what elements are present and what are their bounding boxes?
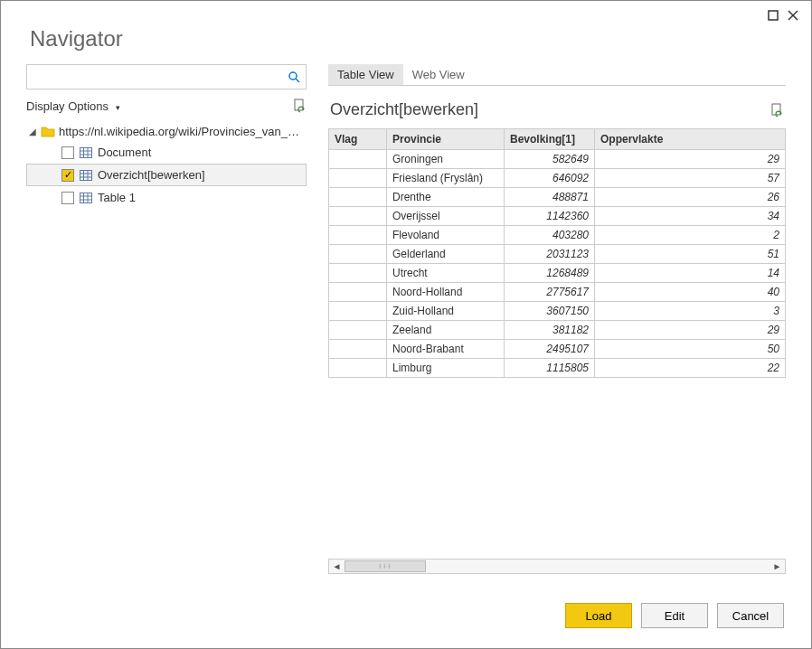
- tab-web-view[interactable]: Web View: [403, 64, 474, 85]
- cell-provincie: Utrecht: [387, 264, 505, 283]
- horizontal-scrollbar[interactable]: ◄ ꜏꜏꜏ ►: [328, 559, 786, 574]
- table-header-row: Vlag Provincie Bevolking[1] Oppervlakte: [329, 129, 786, 150]
- cell-provincie: Noord-Brabant: [387, 340, 505, 359]
- cell-bevolking: 1142360: [505, 207, 595, 226]
- page-title: Navigator: [5, 21, 807, 64]
- tree-root[interactable]: ◢ https://nl.wikipedia.org/wiki/Provinci…: [26, 122, 307, 141]
- right-panel: Table View Web View Overzicht[bewerken] …: [328, 64, 786, 579]
- search-input[interactable]: [33, 71, 288, 84]
- maximize-icon[interactable]: [768, 10, 779, 21]
- table-row[interactable]: Zuid-Holland36071503: [329, 302, 786, 321]
- svg-line-4: [296, 79, 299, 82]
- cell-vlag: [329, 340, 387, 359]
- scroll-left-icon[interactable]: ◄: [329, 560, 345, 573]
- checkbox[interactable]: ✓: [61, 169, 74, 182]
- table-row[interactable]: Limburg111580522: [329, 359, 786, 378]
- cell-bevolking: 1268489: [505, 264, 595, 283]
- table-row[interactable]: Flevoland4032802: [329, 226, 786, 245]
- edit-button[interactable]: Edit: [641, 603, 708, 628]
- scroll-track[interactable]: ꜏꜏꜏: [345, 560, 770, 572]
- folder-icon: [41, 126, 55, 137]
- load-button[interactable]: Load: [565, 603, 632, 628]
- cell-vlag: [329, 207, 387, 226]
- table-icon: [80, 193, 92, 203]
- cell-provincie: Drenthe: [387, 188, 505, 207]
- table-row[interactable]: Groningen58264929: [329, 150, 786, 169]
- table-row[interactable]: Gelderland203112351: [329, 245, 786, 264]
- col-header[interactable]: Vlag: [329, 129, 387, 150]
- cell-provincie: Zeeland: [387, 321, 505, 340]
- cell-provincie: Limburg: [387, 359, 505, 378]
- cell-bevolking: 2495107: [505, 340, 595, 359]
- cell-oppervlakte: 3: [595, 302, 786, 321]
- cell-oppervlakte: 51: [595, 245, 786, 264]
- cell-vlag: [329, 226, 387, 245]
- col-header[interactable]: Oppervlakte: [595, 129, 786, 150]
- cell-oppervlakte: 14: [595, 264, 786, 283]
- cell-vlag: [329, 245, 387, 264]
- navigator-tree: ◢ https://nl.wikipedia.org/wiki/Provinci…: [26, 122, 307, 209]
- tree-item[interactable]: Document: [26, 141, 307, 164]
- tree-root-label: https://nl.wikipedia.org/wiki/Provincies…: [59, 125, 305, 138]
- cell-vlag: [329, 150, 387, 169]
- cell-oppervlakte: 29: [595, 150, 786, 169]
- caret-down-icon[interactable]: ◢: [28, 127, 37, 136]
- scroll-right-icon[interactable]: ►: [770, 560, 785, 573]
- col-header[interactable]: Bevolking[1]: [505, 129, 595, 150]
- chevron-down-icon: ▾: [116, 103, 120, 112]
- cell-bevolking: 3607150: [505, 302, 595, 321]
- table-icon: [80, 147, 92, 158]
- checkbox[interactable]: [61, 192, 74, 204]
- svg-rect-0: [769, 11, 778, 20]
- table-row[interactable]: Overijssel114236034: [329, 207, 786, 226]
- preview-table: Vlag Provincie Bevolking[1] Oppervlakte …: [328, 128, 786, 378]
- tree-item[interactable]: ✓Overzicht[bewerken]: [26, 164, 307, 186]
- cell-provincie: Gelderland: [387, 245, 505, 264]
- cell-oppervlakte: 40: [595, 283, 786, 302]
- table-row[interactable]: Noord-Brabant249510750: [329, 340, 786, 359]
- refresh-icon[interactable]: [292, 99, 307, 113]
- cell-bevolking: 2031123: [505, 245, 595, 264]
- left-panel: Display Options ▾ ◢ https://nl.wikipedia…: [26, 64, 307, 579]
- cell-oppervlakte: 50: [595, 340, 786, 359]
- cell-vlag: [329, 188, 387, 207]
- cell-provincie: Flevoland: [387, 226, 505, 245]
- cell-bevolking: 403280: [505, 226, 595, 245]
- cell-vlag: [329, 283, 387, 302]
- cell-oppervlakte: 29: [595, 321, 786, 340]
- table-icon: [80, 170, 92, 181]
- svg-rect-7: [80, 147, 92, 157]
- display-options-dropdown[interactable]: Display Options ▾: [26, 99, 120, 113]
- table-row[interactable]: Zeeland38118229: [329, 321, 786, 340]
- table-row[interactable]: Friesland (Fryslân)64609257: [329, 169, 786, 188]
- close-icon[interactable]: [788, 10, 798, 21]
- cell-vlag: [329, 321, 387, 340]
- tree-item-label: Document: [98, 146, 151, 159]
- svg-point-3: [289, 72, 297, 80]
- refresh-preview-icon[interactable]: [770, 103, 784, 118]
- cell-bevolking: 1115805: [505, 359, 595, 378]
- svg-rect-17: [80, 193, 92, 202]
- checkbox[interactable]: [61, 146, 74, 159]
- cell-oppervlakte: 57: [595, 169, 786, 188]
- preview-tabs: Table View Web View: [328, 64, 786, 86]
- tree-item[interactable]: Table 1: [26, 186, 307, 209]
- search-icon[interactable]: [288, 71, 300, 83]
- table-row[interactable]: Noord-Holland277561740: [329, 283, 786, 302]
- col-header[interactable]: Provincie: [387, 129, 505, 150]
- cancel-button[interactable]: Cancel: [717, 603, 784, 628]
- search-box[interactable]: [26, 64, 307, 89]
- cell-vlag: [329, 264, 387, 283]
- cell-bevolking: 381182: [505, 321, 595, 340]
- table-row[interactable]: Utrecht126848914: [329, 264, 786, 283]
- scroll-thumb[interactable]: ꜏꜏꜏: [345, 560, 426, 572]
- dialog-footer: Load Edit Cancel: [5, 588, 807, 644]
- tree-item-label: Table 1: [98, 191, 136, 204]
- cell-oppervlakte: 34: [595, 207, 786, 226]
- table-row[interactable]: Drenthe48887126: [329, 188, 786, 207]
- preview-title: Overzicht[bewerken]: [330, 100, 478, 119]
- cell-vlag: [329, 169, 387, 188]
- cell-bevolking: 488871: [505, 188, 595, 207]
- cell-provincie: Overijssel: [387, 207, 505, 226]
- tab-table-view[interactable]: Table View: [328, 64, 403, 85]
